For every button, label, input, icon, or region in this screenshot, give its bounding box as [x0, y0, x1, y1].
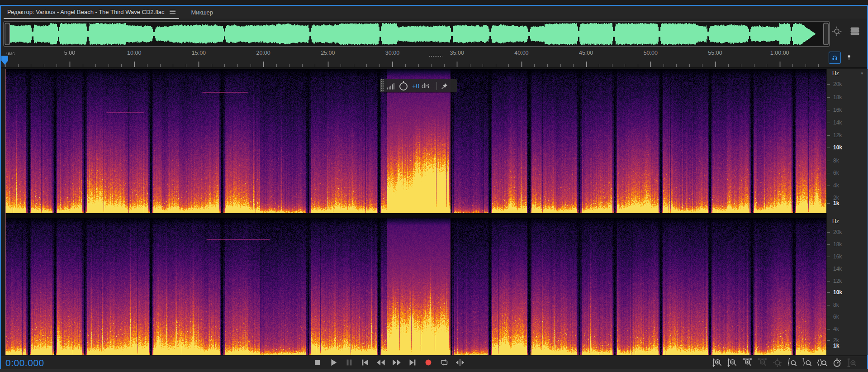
freq-tick [827, 198, 830, 198]
freq-tick [827, 281, 830, 281]
zoom-to-selection-button[interactable] [816, 357, 827, 368]
zoom-in-at-in-point-button[interactable] [787, 357, 797, 368]
freq-label: 8k [833, 302, 839, 308]
zoom-selection-icon [817, 358, 827, 367]
zoom-in-time-button[interactable] [742, 357, 753, 368]
record-icon [423, 358, 433, 367]
levels-icon [386, 82, 396, 90]
pause-icon [344, 358, 354, 367]
zoom-out-full-icon [772, 358, 783, 367]
zoom-amplitude-icon [847, 358, 857, 367]
gain-value[interactable]: +0 [412, 82, 419, 90]
ruler-grip-dots[interactable] [429, 54, 442, 57]
freq-label: 18k [833, 241, 842, 248]
panel-menu-icon[interactable] [170, 10, 175, 14]
skip-to-end-button[interactable] [407, 357, 418, 368]
zoom-in-amplitude-button[interactable] [712, 357, 723, 368]
freq-tick [827, 161, 830, 161]
freq-label: 16k [833, 253, 842, 260]
drag-grip-icon[interactable] [380, 79, 384, 92]
freq-label: 6k [833, 170, 839, 176]
freq-label: 14k [833, 266, 842, 272]
frequency-scale[interactable]: ▾ Hz20k18k16k14k12k10k8k6k4k2k1k Hz20k18… [826, 69, 868, 355]
zoom-out-full-button[interactable] [772, 357, 783, 368]
ruler-tick-label: 5:00 [64, 50, 75, 56]
rewind-button[interactable] [375, 357, 386, 368]
pause-button[interactable] [344, 357, 355, 368]
freq-tick [827, 244, 830, 245]
transport-controls [312, 357, 465, 368]
zoom-in-at-out-point-button[interactable] [802, 357, 812, 368]
stop-button[interactable] [312, 357, 323, 368]
freq-tick [827, 292, 830, 293]
overview-navigator[interactable] [3, 21, 830, 47]
zoom-in-vertical-icon [712, 358, 723, 367]
time-display[interactable]: 0:00.000 [5, 358, 44, 368]
freq-tick [827, 305, 830, 305]
ruler-tick-label: 1:00:00 [770, 50, 789, 56]
freq-tick [827, 203, 830, 204]
zoom-out-amplitude-button[interactable] [727, 357, 738, 368]
stop-icon [313, 358, 323, 367]
zoom-in-horizontal-icon [742, 358, 753, 367]
solo-headphones-button[interactable] [829, 52, 841, 64]
skip-to-start-button[interactable] [360, 357, 370, 368]
freq-tick [827, 84, 830, 85]
freq-tick [827, 173, 830, 173]
freq-tick [827, 257, 830, 257]
freq-tick [827, 123, 830, 123]
freq-label: 1k [833, 200, 839, 206]
freq-tick [827, 148, 830, 148]
zoom-out-vertical-icon [727, 358, 738, 367]
gain-unit-label: dB [422, 82, 429, 90]
freq-label: 1k [833, 343, 839, 349]
gain-hud[interactable]: +0 dB [380, 79, 457, 92]
zoom-amplitude-full-button[interactable] [846, 357, 857, 368]
move-playhead-button[interactable] [455, 357, 465, 368]
rewind-icon [376, 358, 386, 367]
zoom-out-horizontal-icon [757, 358, 768, 367]
freq-label: 10k [833, 144, 842, 151]
ruler-tick-label: 20:00 [256, 50, 270, 56]
freq-tick [827, 317, 830, 317]
ruler-tick-label: 45:00 [579, 50, 593, 56]
panel-list-icon[interactable] [849, 25, 861, 37]
ruler-tick-label: 40:00 [514, 50, 528, 56]
frequency-scale-channel-1: Hz20k18k16k14k12k10k8k6k4k2k1k [827, 69, 868, 213]
loop-playback-button[interactable] [439, 357, 450, 368]
spectrogram-canvas[interactable] [5, 69, 826, 355]
pin-icon[interactable] [441, 82, 449, 90]
freq-unit-label: Hz [832, 70, 839, 76]
audition-app-window: Редактор: Various - Angel Beach - The Th… [0, 0, 868, 372]
freq-label: 4k [833, 326, 839, 332]
navigator-right-handle[interactable] [823, 23, 829, 45]
overview-waveform-canvas[interactable] [9, 23, 824, 45]
headphones-icon [832, 53, 838, 62]
fast-forward-icon [392, 358, 402, 367]
stopwatch-icon [832, 358, 842, 367]
freq-tick [827, 110, 830, 110]
ruler-tick-label: 50:00 [644, 50, 658, 56]
tab-editor[interactable]: Редактор: Various - Angel Beach - The Th… [4, 5, 179, 19]
freq-tick [827, 135, 830, 136]
freq-label: 8k [833, 157, 839, 164]
overview-row [1, 19, 867, 49]
tab-bar: Редактор: Various - Angel Beach - The Th… [1, 6, 867, 19]
record-button[interactable] [423, 357, 434, 368]
tab-mixer[interactable]: Микшер [187, 6, 217, 19]
ruler-tick-label: 35:00 [450, 50, 464, 56]
navigate-zoom-icon[interactable] [831, 25, 843, 37]
pin-marker-button[interactable] [844, 52, 854, 64]
timer-button[interactable] [831, 357, 842, 368]
navigator-left-handle[interactable] [5, 23, 10, 45]
timeline-ruler[interactable]: чмс 5:0010:0015:0020:0025:0030:0035:0040… [1, 49, 867, 68]
freq-tick [827, 232, 830, 233]
tab-editor-label: Редактор: Various - Angel Beach - The Th… [7, 9, 164, 15]
knob-icon[interactable] [398, 81, 409, 91]
skip-start-icon [360, 358, 370, 367]
zoom-out-time-button[interactable] [757, 357, 768, 368]
ruler-tick-label: 15:00 [192, 50, 206, 56]
play-button[interactable] [328, 357, 339, 368]
freq-label: 12k [833, 278, 842, 284]
fast-forward-button[interactable] [391, 357, 402, 368]
